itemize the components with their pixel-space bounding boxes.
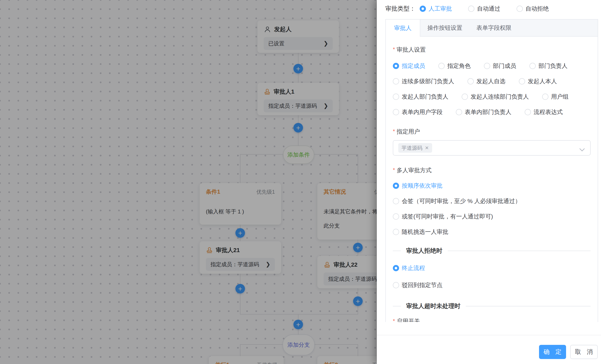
connector-line [358,154,358,183]
confirm-button[interactable]: 确 定 [539,345,566,359]
node-config-text: 指定成员：芋道源码 [268,102,317,110]
radio-icon [393,282,399,288]
selected-user-tag: 芋道源码 ✕ [398,143,432,153]
node-config-row[interactable]: 已设置 ❯ [264,37,333,50]
radio-icon [393,229,399,235]
radio-user-group[interactable]: 用户组 [542,93,569,101]
plus-icon: + [296,124,300,131]
remove-tag-icon[interactable]: ✕ [425,145,429,151]
drawer-footer: 确 定 取 消 [377,335,601,364]
node-condition1[interactable]: 条件1 优先级1 (输入框 等于 1 ) [200,183,281,225]
drawer-scroll-area[interactable]: 审批类型： 人工审批 自动通过 自动拒绝 审批人 操作按钮设置 表单字段权限 [377,0,601,335]
radio-initiator-multi-dept-leader[interactable]: 发起人连续部门负责人 [462,93,529,101]
connector-line [358,344,358,356]
condition-expression: (输入框 等于 1 ) [206,205,275,219]
node-initiator[interactable]: 发起人 已设置 ❯ [258,20,339,53]
radio-terminate-process[interactable]: 终止流程 [393,264,591,272]
workflow-canvas[interactable]: 发起人 已设置 ❯ + 审批人1 指定成员：芋道源码 ❯ + 添加条件 [0,0,377,364]
add-node-button[interactable]: + [235,228,245,238]
radio-dept-leader[interactable]: 部门负责人 [530,62,568,70]
add-branch-label: 添加分支 [287,341,310,349]
radio-icon [393,198,399,204]
node-approver21[interactable]: 审批人21 指定成员：芋道源码 ❯ [200,241,281,274]
add-node-button[interactable]: + [293,123,303,132]
add-node-button[interactable]: + [235,284,245,293]
approval-settings-drawer: 审批类型： 人工审批 自动通过 自动拒绝 审批人 操作按钮设置 表单字段权限 [377,0,601,364]
node-config-text: 指定成员：芋道源码 [328,275,377,283]
radio-return-to-node[interactable]: 驳回到指定节点 [393,281,591,289]
radio-countersign[interactable]: 会签（可同时审批，至少 % 人必须审批通过） [393,197,591,205]
radio-icon [484,63,490,69]
node-title: 审批人22 [334,261,358,269]
add-node-button[interactable]: + [293,320,303,329]
radio-initiator-dept-leader[interactable]: 发起人部门负责人 [393,93,448,101]
tab-approver[interactable]: 审批人 [386,20,420,37]
add-branch-button[interactable]: 添加分支 [283,334,315,355]
node-config-row[interactable]: 指定成员：芋道源码 ❯ [206,258,275,271]
radio-process-expression[interactable]: 流程表达式 [525,108,563,116]
radio-icon [393,265,399,271]
cancel-button[interactable]: 取 消 [570,345,598,359]
connector-line [240,154,240,183]
chevron-right-icon: ❯ [323,102,328,109]
radio-sequential-approval[interactable]: 按顺序依次审批 [393,182,591,190]
chevron-down-icon [579,146,585,151]
reject-section-title: 审批人拒绝时 [406,247,442,255]
node-config-text: 指定成员：芋道源码 [210,261,259,268]
approver-setting-row2: 连续多级部门负责人 发起人自选 发起人本人 [393,77,591,85]
tag-text: 芋道源码 [401,145,422,152]
plus-icon: + [356,244,360,251]
tab-button-settings[interactable]: 操作按钮设置 [420,20,469,36]
radio-icon [393,94,399,100]
approver-setting-row4: 表单内用户字段 表单内部门负责人 流程表达式 [393,108,591,116]
required-star: * [393,46,395,52]
reject-option-list: 终止流程 驳回到指定节点 [393,264,591,289]
approval-type-label: 审批类型： [385,5,415,13]
radio-manual-approval[interactable]: 人工审批 [420,5,452,13]
node-approver1[interactable]: 审批人1 指定成员：芋道源码 ❯ [258,83,339,115]
radio-form-user-field[interactable]: 表单内用户字段 [393,108,442,116]
radio-initiator-self[interactable]: 发起人本人 [519,77,557,85]
plus-icon: + [356,298,360,305]
timeout-section-title: 审批人超时未处理时 [406,302,461,310]
approver-setting-label: *审批人设置 [393,46,591,54]
radio-auto-approve[interactable]: 自动通过 [468,5,500,13]
assigned-user-select[interactable]: 芋道源码 ✕ [393,140,591,156]
radio-initiator-choose[interactable]: 发起人自选 [468,77,506,85]
timeout-section-divider: 审批人超时未处理时 [393,302,591,310]
radio-icon [393,63,399,69]
radio-icon [468,78,474,84]
radio-orsign[interactable]: 或签(可同时审批，有一人通过即可) [393,212,591,221]
node-title: 审批人21 [216,246,240,254]
add-condition-button[interactable]: 添加条件 [283,146,314,164]
node-title: 并行1 [215,361,229,364]
radio-designated-role[interactable]: 指定角色 [438,62,471,70]
radio-auto-reject[interactable]: 自动拒绝 [517,5,549,13]
settings-tabs-card: 审批人 操作按钮设置 表单字段权限 *审批人设置 指定成员 指定角色 [385,19,598,322]
add-node-button[interactable]: + [353,296,363,306]
radio-designated-member[interactable]: 指定成员 [393,62,425,70]
priority-label: 无优先级 [257,362,277,364]
radio-icon [462,94,468,100]
radio-multi-level-dept-leader[interactable]: 连续多级部门负责人 [393,77,454,85]
radio-random-one[interactable]: 随机挑选一人审批 [393,228,591,236]
node-title: 发起人 [274,25,291,33]
radio-icon [468,6,474,12]
tab-approver-panel: *审批人设置 指定成员 指定角色 部门成员 [386,37,598,322]
node-parallel1[interactable]: 并行1 无优先级 [209,356,284,364]
radio-form-dept-leader[interactable]: 表单内部门负责人 [456,108,511,116]
person-icon [264,26,271,33]
radio-dept-member[interactable]: 部门成员 [484,62,516,70]
radio-icon [542,94,548,100]
node-title: 其它情况 [324,188,346,195]
radio-icon [393,109,399,115]
chevron-right-icon: ❯ [323,40,328,47]
add-node-button[interactable]: + [293,64,303,73]
node-config-row[interactable]: 指定成员：芋道源码 ❯ [264,100,333,112]
radio-icon [438,63,445,69]
tab-form-field-permission[interactable]: 表单字段权限 [469,20,519,36]
radio-icon [517,6,523,12]
stamp-icon [264,88,271,95]
stamp-icon [324,261,331,268]
add-node-button[interactable]: + [353,243,363,252]
